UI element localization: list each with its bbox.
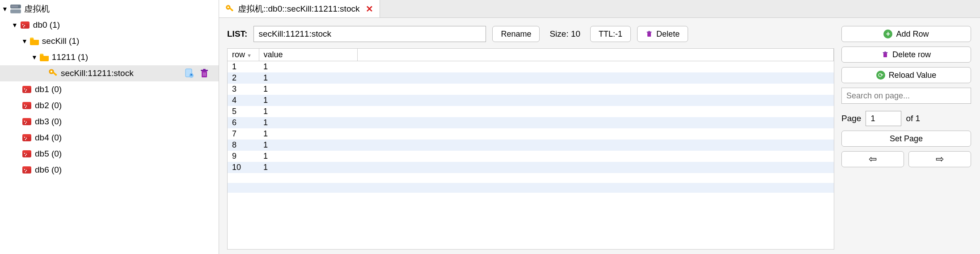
tree-db6-label: db6 (0) — [35, 165, 62, 175]
page-input[interactable] — [866, 111, 901, 126]
svg-rect-58 — [883, 53, 887, 57]
table-row[interactable]: 21 — [228, 72, 834, 84]
add-row-button[interactable]: + Add Row — [841, 26, 971, 42]
ttl-button[interactable]: TTL:-1 — [590, 26, 631, 42]
svg-point-23 — [24, 89, 25, 89]
svg-point-24 — [26, 89, 27, 90]
add-row-label: Add Row — [896, 30, 929, 39]
set-page-button[interactable]: Set Page — [841, 131, 971, 147]
rename-button[interactable]: Rename — [492, 26, 540, 42]
delete-row-button[interactable]: Delete row — [841, 47, 971, 63]
plus-icon: + — [883, 30, 892, 38]
svg-point-38 — [24, 137, 25, 138]
tree-db4-label: db4 (0) — [35, 133, 62, 143]
svg-rect-5 — [21, 21, 30, 24]
chevron-down-icon[interactable] — [12, 21, 18, 29]
table-row-blank — [228, 193, 834, 203]
svg-point-10 — [51, 71, 52, 72]
next-button[interactable]: ⇨ — [908, 151, 971, 167]
copy-icon[interactable] — [184, 68, 194, 79]
svg-rect-11 — [53, 72, 57, 76]
content: LIST: Rename Size: 10 TTL:-1 Delete row▼… — [219, 18, 980, 254]
svg-rect-3 — [11, 7, 18, 7]
tree-server[interactable]: 虚拟机 — [0, 1, 219, 17]
table-row[interactable]: 101 — [228, 162, 834, 173]
tree-db2[interactable]: db2 (0) — [0, 97, 219, 114]
svg-rect-1 — [10, 9, 21, 13]
table-row[interactable]: 61 — [228, 117, 834, 128]
database-icon — [21, 101, 32, 110]
table-row[interactable]: 41 — [228, 95, 834, 106]
size-label: Size: 10 — [549, 29, 580, 39]
table-row[interactable]: 71 — [228, 128, 834, 140]
key-name-input[interactable] — [253, 26, 486, 42]
col-value[interactable]: value — [259, 49, 357, 61]
svg-point-33 — [24, 121, 25, 122]
tree-11211-label: 11211 (1) — [52, 52, 88, 62]
col-row[interactable]: row▼ — [228, 49, 259, 61]
svg-point-44 — [26, 154, 27, 155]
svg-point-6 — [22, 24, 23, 25]
svg-point-25 — [25, 91, 26, 92]
reload-button[interactable]: ⟳ Reload Value — [841, 67, 971, 83]
nav-row: ⇦ ⇨ — [841, 151, 971, 167]
svg-rect-0 — [10, 4, 21, 8]
svg-point-49 — [26, 170, 27, 171]
database-icon — [21, 165, 32, 174]
trash-icon — [646, 30, 653, 38]
tab-title: 虚拟机::db0::secKill:11211:stock — [238, 3, 359, 15]
tree-db6[interactable]: db6 (0) — [0, 162, 219, 178]
table-row[interactable]: 11 — [228, 61, 834, 73]
svg-rect-59 — [883, 52, 888, 53]
svg-rect-42 — [22, 150, 31, 153]
svg-point-29 — [26, 106, 27, 106]
tree-db1[interactable]: db1 (0) — [0, 81, 219, 97]
svg-point-35 — [25, 123, 26, 124]
tree-seckill[interactable]: secKill (1) — [0, 33, 219, 49]
svg-point-50 — [25, 171, 26, 172]
svg-rect-22 — [22, 86, 31, 89]
tree-key-label: secKill:11211:stock — [61, 68, 134, 78]
tree-db0-label: db0 (1) — [33, 20, 60, 30]
database-icon — [21, 85, 32, 94]
chevron-down-icon[interactable] — [31, 54, 38, 61]
trash-icon — [882, 51, 889, 59]
folder-icon — [39, 53, 49, 61]
page-of-label: of 1 — [906, 114, 920, 123]
chevron-down-icon[interactable] — [21, 38, 28, 45]
sort-icon: ▼ — [247, 53, 252, 58]
svg-point-34 — [26, 122, 27, 123]
tree-11211[interactable]: 11211 (1) — [0, 49, 219, 65]
tab-active[interactable]: 虚拟机::db0::secKill:11211:stock ✕ — [219, 0, 380, 17]
database-icon — [21, 117, 32, 126]
svg-point-45 — [25, 155, 26, 156]
chevron-down-icon[interactable] — [2, 5, 8, 13]
tree-db3[interactable]: db3 (0) — [0, 114, 219, 130]
database-icon — [21, 149, 32, 158]
tree-db1-label: db1 (0) — [35, 85, 62, 94]
svg-rect-27 — [22, 102, 31, 105]
key-icon — [225, 4, 234, 13]
tree-db5[interactable]: db5 (0) — [0, 146, 219, 162]
table-row[interactable]: 81 — [228, 140, 834, 151]
table-row[interactable]: 31 — [228, 84, 834, 95]
reload-label: Reload Value — [889, 71, 937, 80]
table-row[interactable]: 51 — [228, 106, 834, 117]
svg-point-8 — [23, 26, 24, 27]
search-input[interactable] — [841, 88, 971, 104]
tab-bar: 虚拟机::db0::secKill:11211:stock ✕ — [219, 0, 980, 18]
tree-item-actions — [184, 68, 219, 79]
page-label: Page — [841, 114, 861, 123]
tree-db4[interactable]: db4 (0) — [0, 130, 219, 146]
prev-button[interactable]: ⇦ — [841, 151, 904, 167]
close-icon[interactable]: ✕ — [366, 4, 373, 14]
main: 虚拟机::db0::secKill:11211:stock ✕ LIST: Re… — [219, 0, 980, 254]
delete-button-label: Delete — [656, 30, 680, 39]
tree-db0[interactable]: db0 (1) — [0, 17, 219, 33]
key-row: LIST: Rename Size: 10 TTL:-1 Delete — [227, 26, 834, 42]
delete-button[interactable]: Delete — [637, 26, 688, 42]
table-row[interactable]: 91 — [228, 151, 834, 162]
trash-icon[interactable] — [199, 68, 210, 79]
tree-key-selected[interactable]: secKill:11211:stock — [0, 65, 219, 81]
svg-point-48 — [24, 169, 25, 170]
